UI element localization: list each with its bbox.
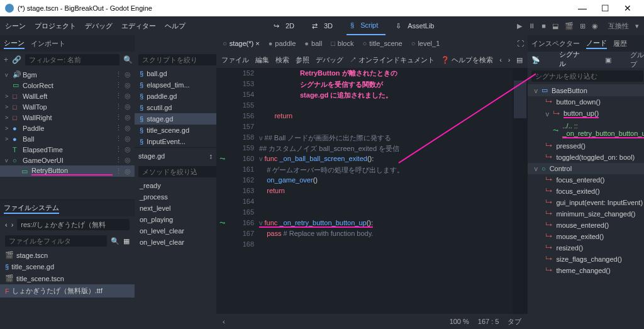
scene-filter-input[interactable] xyxy=(25,54,119,65)
scene-node[interactable]: v○GameOverUI⋮◎ xyxy=(0,155,135,165)
workspace-assetlib[interactable]: ⇩ AssetLib xyxy=(392,16,441,35)
play-scene-button[interactable]: 🎬 xyxy=(565,22,574,30)
method-item[interactable]: on_level_clear xyxy=(135,237,216,248)
signal-class-header[interactable]: v ▭ BaseButton xyxy=(528,84,644,96)
menu-help-search[interactable]: ❓ ヘルプを検索 xyxy=(441,55,493,65)
scene-node[interactable]: >●Ball⋮◎ xyxy=(0,133,135,144)
tab-inspector[interactable]: インスペクター xyxy=(531,39,580,48)
play-custom-button[interactable]: ⊞ xyxy=(580,22,586,30)
menu-file[interactable]: ファイル xyxy=(221,55,249,65)
signal-item[interactable]: ⮡ resized() xyxy=(528,242,644,254)
stop-button[interactable]: ■ xyxy=(541,22,546,30)
menu-scene[interactable]: シーン xyxy=(5,21,26,31)
signal-item[interactable]: ⮡ focus_entered() xyxy=(528,174,644,186)
signal-filter-input[interactable] xyxy=(531,70,643,82)
fs-filter-input[interactable] xyxy=(5,235,107,247)
maximize-button[interactable]: ☐ xyxy=(594,3,616,13)
script-tab[interactable]: ● paddle xyxy=(266,40,299,47)
script-item[interactable]: §elapsed_tim... xyxy=(135,79,216,91)
pause-button[interactable]: ⏸ xyxy=(528,22,535,30)
scene-node[interactable]: >□WallTop⋮◎ xyxy=(0,101,135,112)
remote-debug-icon[interactable]: ⬓ xyxy=(552,22,558,30)
menu-code-debug[interactable]: デバッグ xyxy=(316,55,343,65)
sort-icon[interactable]: ↕ xyxy=(209,152,213,160)
menu-project[interactable]: プロジェクト xyxy=(35,21,76,31)
scene-node[interactable]: TElapsedTime⋮◎ xyxy=(0,144,135,155)
search-icon[interactable]: 🔍 xyxy=(111,237,119,245)
signal-item[interactable]: ⮡ minimum_size_changed() xyxy=(528,208,644,220)
fs-item[interactable]: §title_scene.gd xyxy=(0,261,135,272)
signal-item[interactable]: ⮡ button_down() xyxy=(528,96,644,108)
script-item[interactable]: §paddle.gd xyxy=(135,91,216,102)
tab-history[interactable]: 履歴 xyxy=(613,39,627,48)
minimize-button[interactable]: — xyxy=(571,3,594,13)
signal-item[interactable]: ⮡ theme_changed() xyxy=(528,265,644,276)
signal-item[interactable]: ⮡ toggled(toggled_on: bool) xyxy=(528,152,644,163)
script-tab[interactable]: ● ball xyxy=(302,40,325,47)
script-item[interactable]: §ball.gd xyxy=(135,68,216,79)
subtab-signals[interactable]: シグナル xyxy=(559,50,586,70)
workspace-script[interactable]: § Script xyxy=(347,16,386,35)
script-item[interactable]: §title_scene.gd xyxy=(135,125,216,136)
workspace-2d[interactable]: ↪ 2D xyxy=(270,16,302,35)
scene-tree[interactable]: v🔊Bgm⋮◎▭ColorRect⋮◎>□WallLeft⋮◎>□WallTop… xyxy=(0,68,135,199)
signal-item[interactable]: ⮡ size_flags_changed() xyxy=(528,254,644,265)
tab-node[interactable]: ノード xyxy=(586,38,607,49)
method-item[interactable]: on_level_clear xyxy=(135,225,216,237)
prev-icon[interactable]: ‹ xyxy=(499,56,502,64)
signal-item[interactable]: ⮡ pressed() xyxy=(528,140,644,152)
scene-node[interactable]: v🔊Bgm⋮◎ xyxy=(0,69,135,80)
script-item[interactable]: §InputEvent... xyxy=(135,136,216,147)
tab-filesystem[interactable]: ファイルシステム xyxy=(4,203,59,214)
minimap[interactable] xyxy=(513,68,528,314)
script-tab[interactable]: □ block xyxy=(328,40,356,47)
menu-ref[interactable]: 参照 xyxy=(296,55,309,65)
method-item[interactable]: next_level xyxy=(135,203,216,214)
scroll-left-icon[interactable]: ‹ xyxy=(223,318,225,325)
expand-icon[interactable]: ⛶ xyxy=(517,40,524,47)
method-item[interactable]: on_playing xyxy=(135,214,216,225)
method-item[interactable]: _process xyxy=(135,191,216,203)
signal-item[interactable]: ⮡ focus_exited() xyxy=(528,186,644,197)
play-button[interactable]: ▶ xyxy=(517,22,522,30)
tab-scene[interactable]: シーン xyxy=(4,38,25,49)
panel-icon[interactable]: ▤ xyxy=(516,56,523,64)
menu-online-docs[interactable]: ↗ オンラインドキュメント xyxy=(350,55,435,65)
signal-item[interactable]: ⮡ mouse_exited() xyxy=(528,231,644,242)
script-list[interactable]: §ball.gd§elapsed_tim...§paddle.gd§scutil… xyxy=(135,68,216,147)
scene-node[interactable]: >□WallLeft⋮◎ xyxy=(0,91,135,101)
search-icon[interactable]: 🔍 xyxy=(123,55,133,64)
script-tab[interactable]: ○ stage(*) × xyxy=(220,40,262,47)
zoom-level[interactable]: 100 % xyxy=(450,318,469,325)
scene-node[interactable]: >□WallRight⋮◎ xyxy=(0,112,135,123)
script-tab[interactable]: ○ title_scene xyxy=(360,40,404,47)
scene-node[interactable]: ▭ColorRect⋮◎ xyxy=(0,80,135,91)
workspace-3d[interactable]: ⇄ 3D xyxy=(308,16,340,35)
renderer-dropdown-icon[interactable]: ▾ xyxy=(635,22,639,30)
fs-list[interactable]: 🎬stage.tscn§title_scene.gd🎬title_scene.t… xyxy=(0,249,135,298)
fs-path-input[interactable] xyxy=(17,219,130,230)
menu-help[interactable]: ヘルプ xyxy=(165,21,186,31)
subtab-groups[interactable]: グループ xyxy=(630,50,644,69)
back-icon[interactable]: ‹ xyxy=(5,221,8,228)
next-icon[interactable]: › xyxy=(508,56,511,64)
close-button[interactable]: ✕ xyxy=(616,3,639,13)
signal-list[interactable]: v ▭ BaseButton⮡ button_down()v ⮡ button_… xyxy=(528,84,644,329)
script-item[interactable]: §scutil.gd xyxy=(135,102,216,113)
menu-debug[interactable]: デバッグ xyxy=(85,21,113,31)
fs-item[interactable]: 🎬title_scene.tscn xyxy=(0,272,135,284)
script-item[interactable]: §stage.gd xyxy=(135,113,216,125)
indent-label[interactable]: タブ xyxy=(508,317,521,326)
method-list[interactable]: _ready_processnext_levelon_playingon_lev… xyxy=(135,180,216,329)
signal-item[interactable]: ⮡ gui_input(event: InputEvent) xyxy=(528,197,644,208)
renderer-label[interactable]: 互換性 xyxy=(608,21,629,31)
forward-icon[interactable]: › xyxy=(11,221,14,228)
method-item[interactable]: _ready xyxy=(135,180,216,191)
tab-import[interactable]: インポート xyxy=(31,39,65,48)
scene-node[interactable]: >●Paddle⋮◎ xyxy=(0,123,135,133)
menu-edit[interactable]: 編集 xyxy=(255,55,269,65)
fs-item[interactable]: 🎬stage.tscn xyxy=(0,249,135,261)
grid-view-icon[interactable]: ▦ xyxy=(123,237,130,245)
menu-editor[interactable]: エディター xyxy=(121,21,156,31)
movie-maker-icon[interactable]: ◉ xyxy=(592,22,598,30)
